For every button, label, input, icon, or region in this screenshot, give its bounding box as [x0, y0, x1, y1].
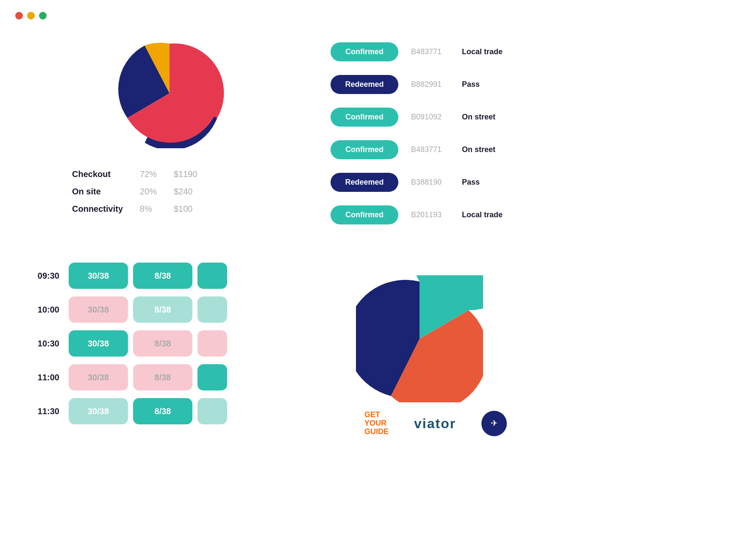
legend-label-checkout: Checkout [72, 169, 140, 179]
time-1030: 10:30 [25, 339, 59, 349]
booking-row-1: Redeemed B882991 Pass [331, 75, 729, 94]
legend-pct-onsite: 20% [140, 187, 174, 197]
booking-id-4: B388190 [411, 178, 449, 187]
slot-1030-col2[interactable]: 8/38 [133, 330, 192, 357]
booking-type-0: Local trade [462, 47, 503, 56]
legend-amount-onsite: $240 [174, 187, 193, 197]
slot-1130-col3[interactable] [197, 398, 227, 424]
booking-row-2: Confirmed B091092 On street [331, 108, 729, 127]
legend-amount-checkout: $1190 [174, 169, 197, 179]
time-0930: 09:30 [25, 271, 59, 281]
pie-chart-area: Checkout 72% $1190 On site 20% $240 Conn… [25, 38, 314, 238]
top-section: Checkout 72% $1190 On site 20% $240 Conn… [25, 38, 729, 238]
booking-id-2: B091092 [411, 113, 449, 122]
logo-viator: viator [414, 416, 456, 432]
slot-0930-col2[interactable]: 8/38 [133, 263, 192, 289]
legend-label-connectivity: Connectivity [72, 204, 140, 214]
badge-redeemed-1: Redeemed [331, 75, 398, 94]
slot-1000-col2[interactable]: 8/38 [133, 296, 192, 323]
time-1000: 10:00 [25, 305, 59, 315]
second-pie-area [356, 263, 483, 402]
slot-0930-col1[interactable]: 30/38 [69, 263, 128, 289]
slot-1100-col1[interactable]: 30/38 [69, 364, 128, 390]
booking-type-5: Local trade [462, 210, 503, 219]
slot-0930-col3[interactable] [197, 263, 227, 289]
logos-row: GETYOURGUIDE viator ✈ [364, 411, 507, 436]
booking-id-1: B882991 [411, 80, 449, 89]
booking-id-5: B201193 [411, 210, 449, 219]
booking-type-2: On street [462, 113, 495, 122]
schedule-row-1130: 11:30 30/38 8/38 [25, 398, 288, 424]
close-button[interactable] [15, 12, 23, 19]
legend-row-checkout: Checkout 72% $1190 [72, 169, 267, 179]
badge-confirmed-3: Confirmed [331, 140, 398, 159]
legend-row-connectivity: Connectivity 8% $100 [72, 204, 267, 214]
booking-row-4: Redeemed B388190 Pass [331, 173, 729, 192]
svg-text:✈: ✈ [491, 418, 498, 428]
second-pie-svg [356, 275, 483, 402]
slot-1000-col1[interactable]: 30/38 [69, 296, 128, 323]
logo-other: ✈ [481, 411, 507, 436]
right-bottom: GETYOURGUIDE viator ✈ [322, 263, 507, 436]
booking-id-0: B483771 [411, 47, 449, 56]
booking-list: Confirmed B483771 Local trade Redeemed B… [314, 38, 729, 238]
logo-getyourguide: GETYOURGUIDE [364, 411, 389, 436]
bottom-section: 09:30 30/38 8/38 10:00 30/38 8/38 10:30 … [25, 263, 729, 436]
legend-pct-connectivity: 8% [140, 204, 174, 214]
minimize-button[interactable] [27, 12, 35, 19]
booking-row-0: Confirmed B483771 Local trade [331, 42, 729, 61]
booking-row-3: Confirmed B483771 On street [331, 140, 729, 159]
slot-1130-col2[interactable]: 8/38 [133, 398, 192, 424]
time-1100: 11:00 [25, 373, 59, 382]
booking-id-3: B483771 [411, 145, 449, 154]
booking-type-3: On street [462, 145, 495, 154]
booking-type-4: Pass [462, 178, 480, 187]
schedule-area: 09:30 30/38 8/38 10:00 30/38 8/38 10:30 … [25, 263, 288, 436]
slot-1030-col3[interactable] [197, 330, 227, 357]
legend-amount-connectivity: $100 [174, 204, 193, 214]
schedule-row-0930: 09:30 30/38 8/38 [25, 263, 288, 289]
legend-label-onsite: On site [72, 187, 140, 197]
booking-row-5: Confirmed B201193 Local trade [331, 205, 729, 224]
legend-table: Checkout 72% $1190 On site 20% $240 Conn… [72, 169, 267, 221]
schedule-row-1100: 11:00 30/38 8/38 [25, 364, 288, 390]
badge-redeemed-4: Redeemed [331, 173, 398, 192]
badge-confirmed-0: Confirmed [331, 42, 398, 61]
schedule-row-1000: 10:00 30/38 8/38 [25, 296, 288, 323]
legend-pct-checkout: 72% [140, 169, 174, 179]
maximize-button[interactable] [39, 12, 47, 19]
pie-chart-proper [114, 38, 225, 148]
pie-svg-proper [114, 38, 225, 148]
slot-1100-col3[interactable] [197, 364, 227, 390]
slot-1000-col3[interactable] [197, 296, 227, 323]
legend-row-onsite: On site 20% $240 [72, 187, 267, 197]
slot-1030-col1[interactable]: 30/38 [69, 330, 128, 357]
plane-icon: ✈ [486, 416, 502, 431]
time-1130: 11:30 [25, 407, 59, 416]
slot-1130-col1[interactable]: 30/38 [69, 398, 128, 424]
schedule-row-1030: 10:30 30/38 8/38 [25, 330, 288, 357]
badge-confirmed-2: Confirmed [331, 108, 398, 127]
slot-1100-col2[interactable]: 8/38 [133, 364, 192, 390]
traffic-lights [15, 12, 47, 19]
booking-type-1: Pass [462, 80, 480, 89]
badge-confirmed-5: Confirmed [331, 205, 398, 224]
